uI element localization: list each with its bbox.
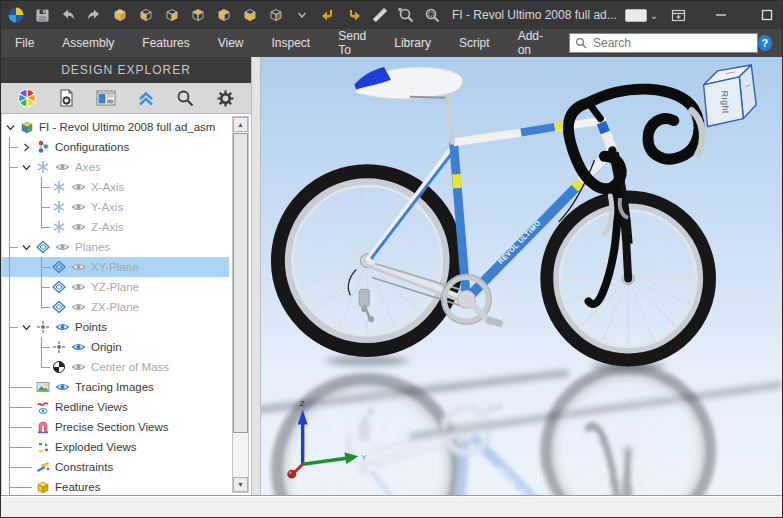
cube-doc-3-icon[interactable] [162,5,182,25]
cube-doc-2-icon[interactable] [136,5,156,25]
scroll-up-button[interactable]: ▲ [233,117,248,132]
settings-icon[interactable] [212,85,238,111]
tree-guide [2,197,18,217]
tree-item-planes[interactable]: Planes [2,237,229,257]
features-icon [34,479,51,496]
redline-icon [34,399,51,416]
color-wheel-icon[interactable] [14,85,40,111]
collapse-all-icon[interactable] [133,85,159,111]
visibility-eye-icon[interactable] [69,359,87,375]
tree-item-origin[interactable]: Origin [2,337,229,357]
search-box[interactable] [569,33,758,53]
visibility-eye-icon[interactable] [69,279,87,295]
nav-forward-icon[interactable] [344,5,364,25]
visibility-eye-icon[interactable] [53,319,71,335]
tree-item-label: Exploded Views [55,441,137,453]
menu-features[interactable]: Features [128,29,203,57]
show-panels-icon[interactable] [93,85,119,111]
visibility-eye-icon[interactable] [53,379,71,395]
tree-guide [18,297,34,317]
expander-open-icon[interactable] [2,117,18,137]
scroll-down-button[interactable]: ▼ [233,477,248,492]
panel-title: DESIGN EXPLORER [1,57,251,83]
tree-item-y-axis[interactable]: Y-Axis [2,197,229,217]
visibility-eye-icon[interactable] [53,239,71,255]
menu-script[interactable]: Script [445,29,504,57]
tree-item-zx-plane[interactable]: ZX-Plane [2,297,229,317]
tree-item-center-of-mass[interactable]: Center of Mass [2,357,229,377]
menu-inspect[interactable]: Inspect [258,29,325,57]
tree-item-yz-plane[interactable]: YZ-Plane [2,277,229,297]
zoom-previous-icon[interactable] [396,5,416,25]
workspace-icon[interactable] [658,1,698,29]
3d-viewport[interactable]: REVOL ULTIMO [261,57,782,495]
undo-icon[interactable] [58,5,78,25]
tree-item-precise-section-views[interactable]: Precise Section Views [2,417,229,437]
redo-icon[interactable] [84,5,104,25]
minimize-button[interactable] [698,1,744,29]
tree-guide [34,217,50,237]
tree-item-configurations[interactable]: Configurations [2,137,229,157]
rear-wheel [278,171,457,350]
panel-splitter[interactable] [251,57,261,495]
menu-add-on[interactable]: Add-on [504,29,557,57]
visibility-eye-icon[interactable] [69,219,87,235]
menu-view[interactable]: View [204,29,258,57]
tree-item-label: Precise Section Views [55,421,169,433]
part-data-icon[interactable] [53,85,79,111]
tree-guide [2,417,18,437]
tree-item-x-axis[interactable]: X-Axis [2,177,229,197]
nav-back-icon[interactable] [318,5,338,25]
tree-item-fi-revol-ultimo-2008-full-ad-asm[interactable]: FI - Revol Ultimo 2008 full ad_asm [2,117,229,137]
scrollbar-thumb[interactable] [233,133,248,433]
cube-doc-6-icon[interactable] [240,5,260,25]
tree-guide [2,177,18,197]
visibility-eye-icon[interactable] [69,339,87,355]
tree-item-axes[interactable]: Axes [2,157,229,177]
expander-open-icon[interactable] [18,157,34,177]
visibility-eye-icon[interactable] [69,299,87,315]
app-window: FI - Revol Ultimo 2008 full ad... ⌄ File… [0,0,783,518]
axis-icon [50,219,67,236]
visibility-eye-icon[interactable] [53,159,71,175]
save-icon[interactable] [32,5,52,25]
tree-guide [18,357,34,377]
search-input[interactable] [591,35,752,51]
maximize-button[interactable] [744,1,783,29]
expander-open-icon[interactable] [18,317,34,337]
color-scheme-dropdown[interactable]: ⌄ [625,9,658,22]
tree-item-xy-plane[interactable]: XY-Plane [2,257,229,277]
panel-toolbar [1,83,251,114]
plane-icon [50,279,67,296]
menu-assembly[interactable]: Assembly [48,29,128,57]
visibility-eye-icon[interactable] [69,179,87,195]
tree-item-points[interactable]: Points [2,317,229,337]
tree-item-label: Planes [75,241,110,253]
menu-library[interactable]: Library [380,29,445,57]
tree-guide [2,157,18,177]
cube-doc-4-icon[interactable] [188,5,208,25]
expander-closed-icon[interactable] [18,137,34,157]
tree-item-constraints[interactable]: Constraints [2,457,229,477]
zoom-window-icon[interactable] [422,5,442,25]
tree-guide [2,397,18,417]
tree-item-z-axis[interactable]: Z-Axis [2,217,229,237]
tree-item-redline-views[interactable]: Redline Views [2,397,229,417]
expander-open-icon[interactable] [18,237,34,257]
cube-doc-7-icon[interactable] [266,5,286,25]
menu-send-to[interactable]: Send To [324,29,380,57]
help-icon[interactable]: ? [758,35,772,51]
measure-icon[interactable] [370,5,390,25]
visibility-eye-icon[interactable] [69,199,87,215]
menu-file[interactable]: File [1,29,48,57]
visibility-eye-icon[interactable] [69,259,87,275]
cube-doc-5-icon[interactable] [214,5,234,25]
find-icon[interactable] [172,85,198,111]
tree-scrollbar[interactable]: ▲ ▼ [232,116,249,493]
tree-item-tracing-images[interactable]: Tracing Images [2,377,229,397]
tree-guide [2,137,18,157]
chevron-down-icon[interactable] [292,5,312,25]
tree-item-features[interactable]: Features [2,477,229,495]
tree-item-exploded-views[interactable]: Exploded Views [2,437,229,457]
cube-doc-1-icon[interactable] [110,5,130,25]
